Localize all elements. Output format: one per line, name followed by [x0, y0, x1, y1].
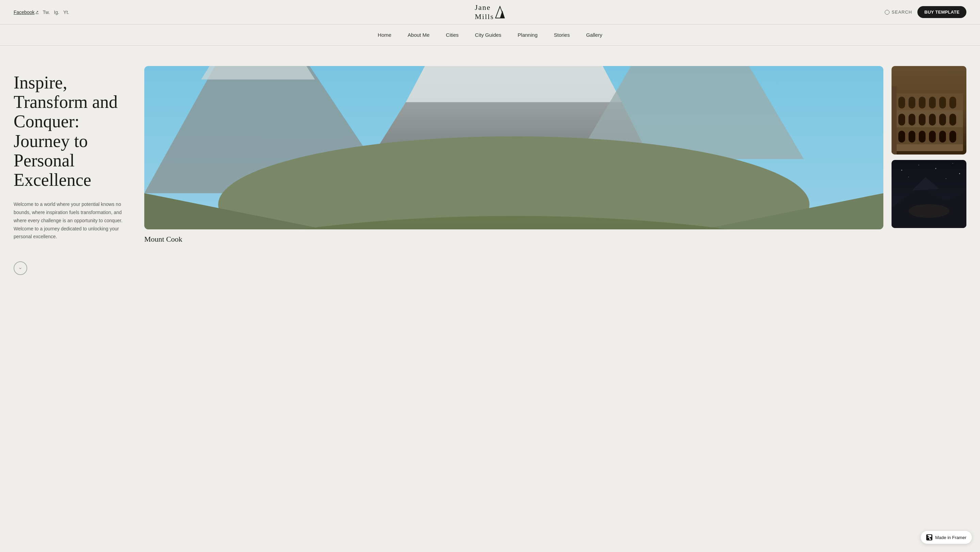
top-bar: Facebook ↗ Tw. Ig. Yt. Jane Mills SEARCH — [0, 0, 980, 24]
nav-planning[interactable]: Planning — [517, 32, 537, 38]
scroll-indicator: › — [14, 261, 136, 275]
framer-badge[interactable]: Made in Framer — [921, 531, 972, 544]
svg-marker-8 — [406, 66, 622, 102]
facebook-link[interactable]: Facebook ↗ — [14, 10, 38, 15]
framer-badge-label: Made in Framer — [935, 535, 966, 540]
search-icon — [885, 10, 889, 14]
search-label: SEARCH — [891, 10, 912, 14]
twitter-link[interactable]: Tw. — [43, 10, 50, 15]
scroll-button[interactable]: › — [14, 261, 27, 275]
main-content: Inspire, Transform and Conquer: Journey … — [0, 46, 980, 289]
dark-scene-svg — [891, 160, 966, 228]
hero-center: Mount Cook — [144, 66, 883, 244]
logo-mountain-icon — [495, 6, 505, 19]
search-button[interactable]: SEARCH — [885, 10, 912, 14]
nav-bar: Home About Me Cities City Guides Plannin… — [0, 24, 980, 46]
social-links: Tw. Ig. Yt. — [43, 10, 69, 15]
logo-line2: Mills — [475, 12, 494, 21]
nav-city-guides[interactable]: City Guides — [475, 32, 501, 38]
nav-cities[interactable]: Cities — [446, 32, 459, 38]
hero-description: Welcome to a world where your potential … — [14, 200, 123, 241]
buy-template-button[interactable]: BUY TEMPLATE — [917, 6, 966, 18]
svg-rect-62 — [891, 160, 966, 228]
svg-rect-49 — [891, 66, 966, 154]
nav-about-me[interactable]: About Me — [408, 32, 430, 38]
hero-left: Inspire, Transform and Conquer: Journey … — [14, 66, 136, 275]
logo[interactable]: Jane Mills — [475, 3, 505, 21]
logo-line1: Jane — [475, 3, 491, 12]
scroll-arrow-icon: › — [17, 267, 24, 269]
side-image-dark — [891, 160, 966, 228]
nav-stories[interactable]: Stories — [554, 32, 570, 38]
youtube-link[interactable]: Yt. — [63, 10, 69, 15]
hero-title: Inspire, Transform and Conquer: Journey … — [14, 73, 136, 189]
top-bar-right: SEARCH BUY TEMPLATE — [885, 6, 966, 18]
hero-right — [891, 66, 966, 228]
main-image-caption: Mount Cook — [144, 235, 883, 244]
colosseum-svg — [891, 66, 966, 154]
svg-rect-50 — [891, 86, 897, 154]
top-bar-left: Facebook ↗ Tw. Ig. Yt. — [14, 10, 69, 15]
mountain-scene-svg — [144, 66, 883, 229]
instagram-link[interactable]: Ig. — [54, 10, 60, 15]
nav-home[interactable]: Home — [378, 32, 391, 38]
facebook-arrow-icon: ↗ — [35, 10, 38, 14]
facebook-label: Facebook — [14, 10, 34, 15]
framer-icon — [926, 534, 932, 541]
svg-marker-1 — [500, 11, 505, 18]
buy-template-label: BUY TEMPLATE — [924, 10, 959, 14]
side-image-colosseum — [891, 66, 966, 154]
main-image — [144, 66, 883, 229]
nav-gallery[interactable]: Gallery — [586, 32, 602, 38]
svg-marker-13 — [201, 66, 315, 80]
